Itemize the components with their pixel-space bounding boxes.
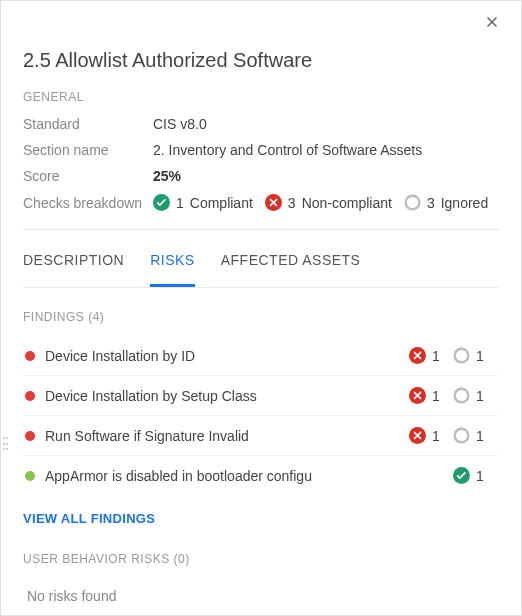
general-label: GENERAL — [23, 90, 499, 104]
severity-dot-icon — [25, 471, 35, 481]
noncompliant-count: 3 — [288, 195, 296, 211]
row-section: Section name 2. Inventory and Control of… — [23, 142, 499, 158]
score-key: Score — [23, 168, 153, 184]
stat-count: 1 — [432, 428, 440, 444]
chip-compliant: 1 Compliant — [153, 194, 253, 211]
circle-outline-icon — [453, 387, 470, 404]
finding-row[interactable]: Run Software if Signature Invalid11 — [23, 416, 499, 456]
section-value: 2. Inventory and Control of Software Ass… — [153, 142, 422, 158]
ignored-label: Ignored — [441, 195, 488, 211]
details-panel: 2.5 Allowlist Authorized Software GENERA… — [0, 0, 522, 616]
severity-dot-icon — [25, 431, 35, 441]
user-risks-heading: USER BEHAVIOR RISKS (0) — [23, 552, 499, 566]
tabs: DESCRIPTION RISKS AFFECTED ASSETS — [23, 234, 499, 288]
stat-count: 1 — [476, 428, 484, 444]
stat-count: 1 — [432, 348, 440, 364]
drag-handle-icon[interactable] — [3, 437, 9, 453]
stat-ignored: 1 — [453, 427, 497, 444]
stat-noncompliant: 1 — [409, 427, 453, 444]
x-circle-icon — [409, 387, 426, 404]
row-standard: Standard CIS v8.0 — [23, 116, 499, 132]
tab-description[interactable]: DESCRIPTION — [23, 234, 124, 287]
score-value: 25% — [153, 168, 181, 184]
page-title: 2.5 Allowlist Authorized Software — [23, 49, 499, 72]
row-score: Score 25% — [23, 168, 499, 184]
standard-value: CIS v8.0 — [153, 116, 207, 132]
svg-point-6 — [455, 389, 469, 403]
finding-name: Device Installation by ID — [45, 348, 409, 364]
finding-row[interactable]: Device Installation by ID11 — [23, 336, 499, 376]
severity-dot-icon — [25, 391, 35, 401]
standard-key: Standard — [23, 116, 153, 132]
stat-count: 1 — [432, 388, 440, 404]
ignored-count: 3 — [427, 195, 435, 211]
view-all-findings-link[interactable]: VIEW ALL FINDINGS — [23, 511, 155, 526]
finding-name: Run Software if Signature Invalid — [45, 428, 409, 444]
stat-count: 1 — [476, 348, 484, 364]
svg-point-4 — [455, 349, 469, 363]
svg-point-8 — [455, 429, 469, 443]
section-key: Section name — [23, 142, 153, 158]
compliant-count: 1 — [176, 195, 184, 211]
circle-outline-icon — [453, 347, 470, 364]
stat-compliant: 1 — [453, 467, 497, 484]
chip-ignored: 3 Ignored — [404, 194, 488, 211]
stat-ignored: 1 — [453, 387, 497, 404]
finding-row[interactable]: Device Installation by Setup Class11 — [23, 376, 499, 416]
user-risks-empty: No risks found — [23, 578, 499, 616]
close-icon — [483, 13, 501, 31]
divider — [23, 229, 499, 230]
stat-count: 1 — [476, 388, 484, 404]
tab-affected-assets[interactable]: AFFECTED ASSETS — [221, 234, 361, 287]
stat-noncompliant: 1 — [409, 347, 453, 364]
findings-list: Device Installation by ID11Device Instal… — [23, 336, 499, 495]
stat-noncompliant: 1 — [409, 387, 453, 404]
row-checks: Checks breakdown 1 Compliant 3 Non-compl… — [23, 194, 499, 211]
chip-noncompliant: 3 Non-compliant — [265, 194, 392, 211]
noncompliant-label: Non-compliant — [302, 195, 392, 211]
check-circle-icon — [153, 194, 170, 211]
findings-heading: FINDINGS (4) — [23, 310, 499, 324]
tab-risks[interactable]: RISKS — [150, 234, 195, 287]
stat-count: 1 — [476, 468, 484, 484]
finding-name: AppArmor is disabled in bootloader confi… — [45, 468, 409, 484]
circle-outline-icon — [453, 427, 470, 444]
x-circle-icon — [409, 347, 426, 364]
finding-row[interactable]: AppArmor is disabled in bootloader confi… — [23, 456, 499, 495]
close-button[interactable] — [483, 13, 507, 37]
checks-breakdown: 1 Compliant 3 Non-compliant 3 Ignored — [153, 194, 494, 211]
stat-ignored: 1 — [453, 347, 497, 364]
finding-name: Device Installation by Setup Class — [45, 388, 409, 404]
x-circle-icon — [265, 194, 282, 211]
checks-key: Checks breakdown — [23, 195, 153, 211]
check-circle-icon — [453, 467, 470, 484]
severity-dot-icon — [25, 351, 35, 361]
svg-point-2 — [406, 196, 420, 210]
compliant-label: Compliant — [190, 195, 253, 211]
circle-outline-icon — [404, 194, 421, 211]
x-circle-icon — [409, 427, 426, 444]
